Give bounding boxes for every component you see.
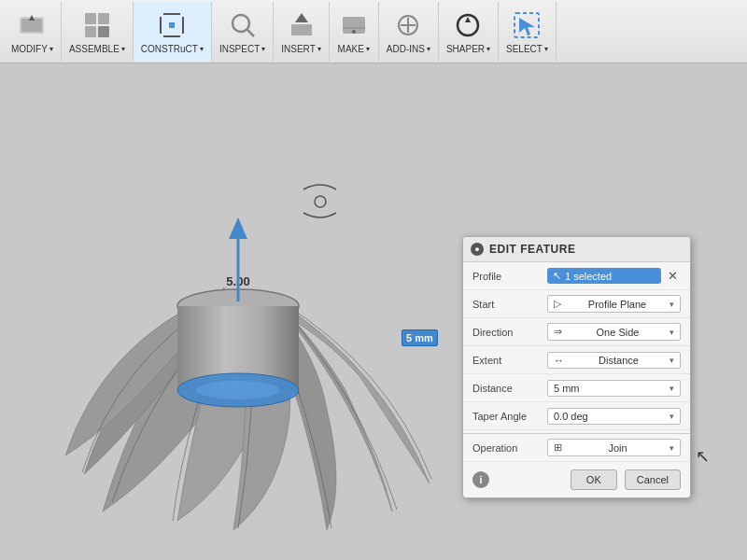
taper-arrow-icon: ▾ xyxy=(669,412,674,421)
make-label: MAKE▾ xyxy=(338,44,370,54)
svg-rect-5 xyxy=(85,26,96,37)
start-arrow-icon: ▾ xyxy=(669,300,674,309)
panel-title: EDIT FEATURE xyxy=(489,243,575,256)
svg-marker-32 xyxy=(229,217,247,239)
construct-label: CONSTRuCT▾ xyxy=(141,44,204,54)
extent-dropdown[interactable]: ↔ Distance ▾ xyxy=(547,352,681,369)
panel-header: ● EDIT FEATURE xyxy=(463,237,690,262)
start-text: Profile Plane xyxy=(588,299,646,310)
direction-arrow-icon: ▾ xyxy=(669,328,674,337)
svg-rect-4 xyxy=(98,13,109,24)
direction-icon: ⇒ xyxy=(554,326,562,338)
edit-feature-panel: ● EDIT FEATURE Profile ↖ 1 selected ✕ St… xyxy=(462,236,691,498)
taper-label: Taper Angle xyxy=(472,411,547,422)
info-icon[interactable]: i xyxy=(472,471,489,488)
svg-rect-11 xyxy=(169,22,175,28)
distance-row: Distance 5 mm ▾ xyxy=(463,374,690,402)
dimension-input[interactable]: 5 mm xyxy=(402,329,438,346)
direction-dropdown[interactable]: ⇒ One Side ▾ xyxy=(547,323,681,341)
inspect-label: INSPECT▾ xyxy=(219,44,265,54)
start-row: Start ▷ Profile Plane ▾ xyxy=(463,290,690,318)
svg-rect-14 xyxy=(291,24,312,35)
svg-point-29 xyxy=(196,381,280,399)
toolbar-select[interactable]: SELECT▾ xyxy=(499,2,557,62)
operation-text: Join xyxy=(608,442,627,454)
panel-header-icon: ● xyxy=(471,243,484,256)
svg-line-13 xyxy=(247,29,254,36)
assemble-icon xyxy=(80,8,114,42)
operation-value: ⊞ Join ▾ xyxy=(547,439,681,456)
direction-row: Direction ⇒ One Side ▾ xyxy=(463,318,690,346)
svg-rect-1 xyxy=(21,19,42,32)
cancel-button[interactable]: Cancel xyxy=(625,469,681,490)
extent-arrow-icon: ▾ xyxy=(669,356,674,365)
make-icon xyxy=(337,8,371,42)
operation-row: Operation ⊞ Join ▾ xyxy=(463,434,690,462)
profile-selected-badge[interactable]: ↖ 1 selected xyxy=(547,268,661,284)
shaper-label: SHAPER▾ xyxy=(446,44,490,54)
svg-marker-15 xyxy=(295,13,308,22)
svg-rect-9 xyxy=(160,17,162,34)
select-icon xyxy=(510,8,543,42)
svg-point-18 xyxy=(352,30,356,34)
ok-button[interactable]: OK xyxy=(571,469,617,490)
panel-footer: i OK Cancel xyxy=(463,462,690,497)
modify-label: MODIFY▾ xyxy=(11,44,53,54)
start-icon: ▷ xyxy=(554,298,561,310)
inspect-icon xyxy=(226,8,260,42)
taper-dropdown[interactable]: 0.0 deg ▾ xyxy=(547,408,681,425)
start-dropdown[interactable]: ▷ Profile Plane ▾ xyxy=(547,295,681,313)
extent-icon: ↔ xyxy=(554,355,564,366)
toolbar-inspect[interactable]: INSPECT▾ xyxy=(212,2,274,62)
shaper-icon xyxy=(451,8,485,42)
assemble-label: ASSEMBLE▾ xyxy=(69,44,125,54)
operation-arrow-icon: ▾ xyxy=(669,443,674,453)
extent-label: Extent xyxy=(472,355,547,366)
select-label: SELECT▾ xyxy=(506,44,548,54)
toolbar-shaper[interactable]: SHAPER▾ xyxy=(439,2,499,62)
mouse-cursor: ↖ xyxy=(696,446,710,467)
distance-arrow-icon: ▾ xyxy=(669,384,674,393)
footer-buttons: OK Cancel xyxy=(571,469,681,490)
extent-text: Distance xyxy=(599,355,639,366)
construct-icon xyxy=(155,8,189,42)
operation-dropdown[interactable]: ⊞ Join ▾ xyxy=(547,439,681,456)
addins-icon xyxy=(391,8,425,42)
svg-marker-23 xyxy=(465,17,471,22)
svg-rect-7 xyxy=(163,13,180,15)
insert-icon xyxy=(285,8,318,42)
svg-rect-10 xyxy=(182,17,184,34)
distance-dropdown[interactable]: 5 mm ▾ xyxy=(547,380,681,397)
taper-row: Taper Angle 0.0 deg ▾ xyxy=(463,402,690,430)
taper-text: 0.0 deg xyxy=(554,411,588,422)
toolbar-modify[interactable]: MODIFY▾ xyxy=(4,2,62,62)
distance-text: 5 mm xyxy=(554,383,580,394)
viewport[interactable]: 5.00 5 mm ● EDIT FEATURE Profile ↖ 1 sel… xyxy=(0,63,747,560)
svg-rect-3 xyxy=(85,13,96,24)
addins-label: ADD-INS▾ xyxy=(387,44,430,54)
insert-label: INSERT▾ xyxy=(281,44,321,54)
taper-value: 0.0 deg ▾ xyxy=(547,408,681,425)
direction-value: ⇒ One Side ▾ xyxy=(547,323,681,341)
profile-value: ↖ 1 selected ✕ xyxy=(547,268,681,284)
toolbar-make[interactable]: MAKE▾ xyxy=(330,2,379,62)
profile-label: Profile xyxy=(472,271,547,282)
toolbar-construct[interactable]: CONSTRuCT▾ xyxy=(134,2,212,62)
profile-row: Profile ↖ 1 selected ✕ xyxy=(463,262,690,290)
distance-label: Distance xyxy=(472,383,547,394)
toolbar-addins[interactable]: ADD-INS▾ xyxy=(379,2,439,62)
svg-rect-6 xyxy=(98,26,109,37)
distance-value: 5 mm ▾ xyxy=(547,380,681,397)
extent-row: Extent ↔ Distance ▾ xyxy=(463,346,690,374)
svg-point-33 xyxy=(315,196,326,207)
svg-marker-25 xyxy=(519,18,535,35)
extent-value: ↔ Distance ▾ xyxy=(547,352,681,369)
direction-label: Direction xyxy=(472,327,547,338)
toolbar-insert[interactable]: INSERT▾ xyxy=(274,2,330,62)
direction-text: One Side xyxy=(597,327,640,338)
profile-clear-button[interactable]: ✕ xyxy=(665,269,681,283)
svg-rect-8 xyxy=(163,35,180,37)
toolbar-assemble[interactable]: ASSEMBLE▾ xyxy=(62,2,134,62)
toolbar: MODIFY▾ ASSEMBLE▾ C xyxy=(0,0,747,63)
modify-icon xyxy=(15,8,49,42)
